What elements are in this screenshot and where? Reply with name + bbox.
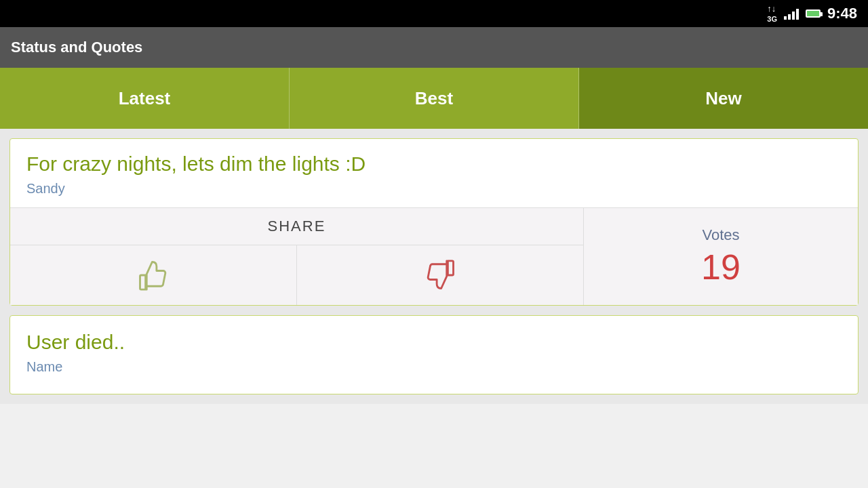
thumbs-row-1 bbox=[10, 245, 583, 305]
share-label-1: SHARE bbox=[268, 218, 326, 235]
app-bar: Status and Quotes bbox=[0, 27, 868, 68]
quote-text-1: For crazy nights, lets dim the lights :D bbox=[26, 152, 842, 176]
status-time: 9:48 bbox=[827, 5, 857, 22]
actions-row-1: SHARE bbox=[10, 207, 858, 305]
share-label-row-1: SHARE bbox=[10, 208, 583, 245]
thumbs-up-button-1[interactable] bbox=[10, 245, 297, 305]
thumbs-down-icon-1 bbox=[422, 258, 458, 293]
votes-section-1: Votes 19 bbox=[584, 208, 858, 305]
quote-card-1: For crazy nights, lets dim the lights :D… bbox=[9, 138, 859, 306]
tab-new[interactable]: New bbox=[579, 68, 868, 129]
quote-author-1: Sandy bbox=[26, 181, 842, 197]
quote-text-2: User died.. bbox=[26, 331, 842, 354]
content-area: For crazy nights, lets dim the lights :D… bbox=[0, 129, 868, 404]
votes-label-1: Votes bbox=[702, 226, 739, 244]
battery-icon bbox=[806, 9, 821, 18]
quote-card-2: User died.. Name bbox=[9, 315, 859, 394]
data-icon: ↑↓3G bbox=[767, 3, 777, 24]
status-icons: ↑↓3G 9:48 bbox=[767, 3, 857, 24]
quote-author-2: Name bbox=[26, 359, 842, 375]
thumbs-up-icon-1 bbox=[136, 258, 171, 293]
tab-bar: Latest Best New bbox=[0, 68, 868, 129]
tab-latest[interactable]: Latest bbox=[0, 68, 290, 129]
thumbs-down-button-1[interactable] bbox=[297, 245, 583, 305]
app-title: Status and Quotes bbox=[11, 39, 142, 56]
share-section-1: SHARE bbox=[10, 208, 584, 305]
tab-best[interactable]: Best bbox=[290, 68, 579, 129]
signal-icon bbox=[784, 7, 799, 20]
votes-count-1: 19 bbox=[701, 247, 741, 287]
quote-body-1: For crazy nights, lets dim the lights :D… bbox=[10, 139, 858, 207]
status-bar: ↑↓3G 9:48 bbox=[0, 0, 868, 27]
